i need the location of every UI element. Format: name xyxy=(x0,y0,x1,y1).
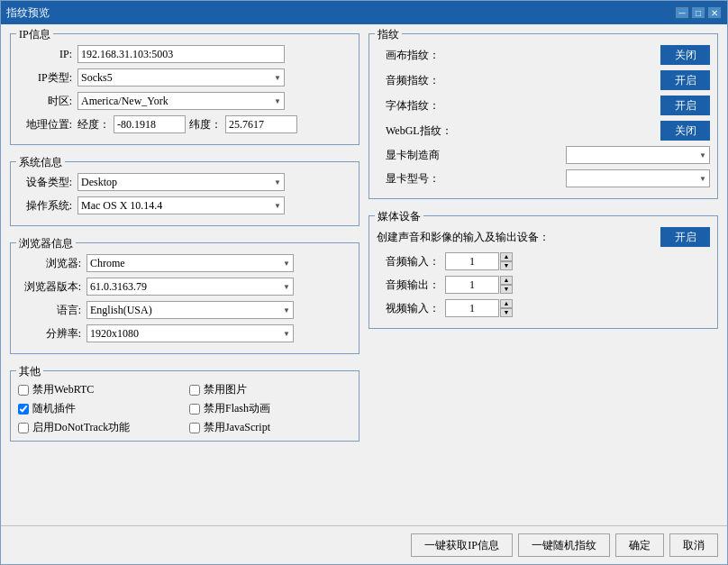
plugin-label: 随机插件 xyxy=(32,401,76,416)
maximize-button[interactable]: □ xyxy=(691,6,705,19)
video-in-up-button[interactable]: ▲ xyxy=(500,299,513,308)
donottrack-row: 启用DoNotTrack功能 xyxy=(18,420,180,435)
main-content: IP信息 IP: IP类型: Socks5 xyxy=(1,24,727,525)
disable-js-checkbox[interactable] xyxy=(189,423,200,433)
gpu-vendor-select[interactable] xyxy=(566,146,710,164)
gpu-model-select[interactable] xyxy=(566,169,710,187)
ip-label: IP: xyxy=(18,48,72,61)
webgl-fp-row: WebGL指纹： 关闭 xyxy=(377,121,710,141)
audio-out-down-button[interactable]: ▼ xyxy=(500,285,513,294)
get-ip-button[interactable]: 一键获取IP信息 xyxy=(411,533,513,557)
lon-label: 经度： xyxy=(77,117,110,132)
titlebar-buttons: ─ □ ✕ xyxy=(675,6,722,19)
device-select[interactable]: Desktop xyxy=(77,173,285,191)
lat-input[interactable] xyxy=(225,115,297,133)
audio-fp-label: 音频指纹： xyxy=(386,73,660,88)
audio-in-up-button[interactable]: ▲ xyxy=(500,252,513,261)
browser-label: 浏览器: xyxy=(18,256,81,271)
titlebar: 指纹预览 ─ □ ✕ xyxy=(1,1,727,24)
media-create-row: 创建声音和影像的输入及输出设备： 开启 xyxy=(377,227,710,247)
ip-row: IP: xyxy=(18,45,351,63)
gpu-model-label: 显卡型号： xyxy=(386,171,566,187)
os-label: 操作系统: xyxy=(18,198,72,214)
right-panel: 指纹 画布指纹： 关闭 音频指纹： 开启 字体指纹： 开启 xyxy=(369,33,718,516)
cancel-button[interactable]: 取消 xyxy=(669,533,718,557)
os-select-wrapper: Mac OS X 10.14.4 xyxy=(77,196,285,214)
other-section-title: 其他 xyxy=(16,364,43,379)
device-row: 设备类型: Desktop xyxy=(18,173,351,191)
ip-type-select[interactable]: Socks5 xyxy=(77,68,285,87)
device-label: 设备类型: xyxy=(18,175,72,190)
video-in-spinner: ▲ ▼ xyxy=(445,299,513,317)
webgl-toggle-button[interactable]: 关闭 xyxy=(660,121,710,141)
webrtc-checkbox[interactable] xyxy=(18,385,29,396)
resolution-select[interactable]: 1920x1080 xyxy=(86,324,294,342)
audio-in-spinner: ▲ ▼ xyxy=(445,252,513,270)
video-in-input[interactable] xyxy=(445,299,499,317)
audio-out-input[interactable] xyxy=(445,276,499,294)
timezone-select-wrapper: America/New_York xyxy=(77,92,285,110)
media-create-toggle-button[interactable]: 开启 xyxy=(660,227,710,247)
close-button[interactable]: ✕ xyxy=(707,6,722,19)
confirm-button[interactable]: 确定 xyxy=(615,533,664,557)
disable-image-checkbox[interactable] xyxy=(189,385,200,396)
resolution-row: 分辨率: 1920x1080 xyxy=(18,324,351,342)
other-section: 其他 禁用WebRTC 禁用图片 随机插件 xyxy=(10,370,359,442)
browser-section-title: 浏览器信息 xyxy=(16,236,76,251)
timezone-select[interactable]: America/New_York xyxy=(77,92,285,110)
lon-input[interactable] xyxy=(114,115,186,133)
audio-out-label: 音频输出： xyxy=(377,278,440,293)
language-select[interactable]: English(USA) xyxy=(86,301,294,319)
disable-js-label: 禁用JavaScript xyxy=(204,420,270,435)
ip-input[interactable] xyxy=(77,45,285,63)
audio-in-spinner-btns: ▲ ▼ xyxy=(500,252,513,270)
disable-image-row: 禁用图片 xyxy=(189,382,351,397)
timezone-label: 时区: xyxy=(18,94,72,109)
audio-out-spinner: ▲ ▼ xyxy=(445,276,513,294)
audio-out-spinner-btns: ▲ ▼ xyxy=(500,276,513,294)
footer: 一键获取IP信息 一键随机指纹 确定 取消 xyxy=(1,525,727,564)
geo-field: 经度： 纬度： xyxy=(77,115,297,133)
webrtc-row: 禁用WebRTC xyxy=(18,382,180,397)
audio-toggle-button[interactable]: 开启 xyxy=(660,70,710,90)
video-in-down-button[interactable]: ▼ xyxy=(500,308,513,317)
disable-flash-checkbox[interactable] xyxy=(189,404,200,415)
disable-image-label: 禁用图片 xyxy=(204,382,247,397)
version-select[interactable]: 61.0.3163.79 xyxy=(86,278,294,296)
audio-in-input[interactable] xyxy=(445,252,499,270)
audio-out-row: 音频输出： ▲ ▼ xyxy=(377,276,710,294)
ip-type-label: IP类型: xyxy=(18,70,72,86)
gpu-model-row: 显卡型号： xyxy=(377,169,710,187)
plugin-checkbox[interactable] xyxy=(18,404,29,415)
window-title: 指纹预览 xyxy=(6,5,50,21)
plugin-row: 随机插件 xyxy=(18,401,180,416)
canvas-toggle-button[interactable]: 关闭 xyxy=(660,45,710,65)
checkbox-grid: 禁用WebRTC 禁用图片 随机插件 禁用Flash动画 xyxy=(18,382,351,435)
audio-in-down-button[interactable]: ▼ xyxy=(500,261,513,270)
disable-flash-label: 禁用Flash动画 xyxy=(204,401,270,416)
donottrack-checkbox[interactable] xyxy=(18,423,29,433)
version-select-wrapper: 61.0.3163.79 xyxy=(86,278,294,296)
system-section-title: 系统信息 xyxy=(16,155,65,170)
minimize-button[interactable]: ─ xyxy=(675,6,689,19)
os-select[interactable]: Mac OS X 10.14.4 xyxy=(77,196,285,214)
font-fp-label: 字体指纹： xyxy=(386,98,660,114)
font-toggle-button[interactable]: 开启 xyxy=(660,96,710,115)
geo-label: 地理位置: xyxy=(18,117,72,132)
ip-type-select-wrapper: Socks5 xyxy=(77,68,285,87)
random-fingerprint-button[interactable]: 一键随机指纹 xyxy=(518,533,610,557)
left-panel: IP信息 IP: IP类型: Socks5 xyxy=(10,33,359,516)
canvas-fp-row: 画布指纹： 关闭 xyxy=(377,45,710,65)
audio-out-up-button[interactable]: ▲ xyxy=(500,276,513,285)
audio-in-label: 音频输入： xyxy=(377,254,440,269)
lat-label: 纬度： xyxy=(189,117,222,132)
fingerprint-section: 指纹 画布指纹： 关闭 音频指纹： 开启 字体指纹： 开启 xyxy=(369,33,718,199)
disable-js-row: 禁用JavaScript xyxy=(189,420,351,435)
canvas-fp-label: 画布指纹： xyxy=(386,48,660,63)
browser-select[interactable]: Chrome xyxy=(86,254,294,272)
audio-fp-row: 音频指纹： 开启 xyxy=(377,70,710,90)
main-window: 指纹预览 ─ □ ✕ IP信息 IP: IP类型: xyxy=(0,0,728,565)
gpu-vendor-select-wrapper xyxy=(566,146,710,164)
ip-type-row: IP类型: Socks5 xyxy=(18,68,351,87)
fingerprint-section-title: 指纹 xyxy=(375,27,402,42)
